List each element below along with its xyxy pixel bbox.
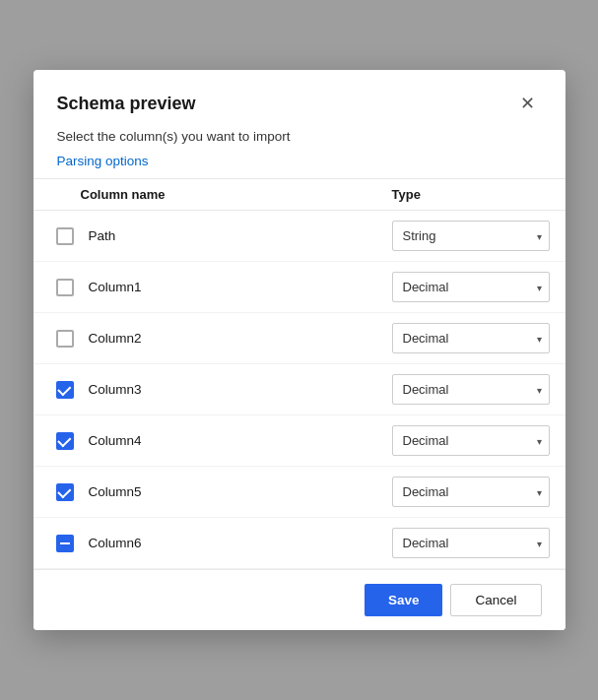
save-button[interactable]: Save <box>365 584 443 616</box>
row-column-name: Column1 <box>81 280 392 294</box>
checkbox-wrapper <box>49 227 81 245</box>
table-row: Column3StringDecimalIntegerBooleanDateDa… <box>33 364 565 415</box>
type-select[interactable]: StringDecimalIntegerBooleanDateDateTime <box>392 272 550 302</box>
row-checkbox[interactable] <box>56 535 74 552</box>
row-column-name: Column3 <box>81 382 392 397</box>
parsing-options-link[interactable]: Parsing options <box>33 152 565 178</box>
row-checkbox[interactable] <box>56 227 74 245</box>
type-select-wrapper: StringDecimalIntegerBooleanDateDateTime▾ <box>392 425 550 456</box>
checkbox-wrapper <box>49 381 81 399</box>
table-area: Column name Type PathStringDecimalIntege… <box>33 178 565 569</box>
row-column-name: Path <box>81 228 392 243</box>
type-select[interactable]: StringDecimalIntegerBooleanDateDateTime <box>392 425 550 456</box>
dialog-subtitle: Select the column(s) you want to import <box>33 129 565 152</box>
row-checkbox[interactable] <box>56 330 74 348</box>
table-row: PathStringDecimalIntegerBooleanDateDateT… <box>33 211 565 262</box>
row-checkbox[interactable] <box>56 483 74 501</box>
row-column-name: Column6 <box>81 536 392 550</box>
checkbox-wrapper <box>49 432 81 450</box>
type-select-wrapper: StringDecimalIntegerBooleanDateDateTime▾ <box>392 374 550 405</box>
type-select-wrapper: StringDecimalIntegerBooleanDateDateTime▾ <box>392 323 550 353</box>
cancel-button[interactable]: Cancel <box>450 584 541 616</box>
close-button[interactable]: ✕ <box>514 90 542 117</box>
dialog-footer: Save Cancel <box>33 569 565 630</box>
dialog-header: Schema preview ✕ <box>33 70 565 129</box>
table-row: Column6StringDecimalIntegerBooleanDateDa… <box>33 518 565 569</box>
type-select[interactable]: StringDecimalIntegerBooleanDateDateTime <box>392 323 550 353</box>
row-checkbox[interactable] <box>56 279 74 296</box>
type-select[interactable]: StringDecimalIntegerBooleanDateDateTime <box>392 528 550 558</box>
checkbox-wrapper <box>49 279 81 296</box>
row-checkbox[interactable] <box>56 381 74 399</box>
type-select[interactable]: StringDecimalIntegerBooleanDateDateTime <box>392 374 550 405</box>
table-row: Column1StringDecimalIntegerBooleanDateDa… <box>33 262 565 313</box>
row-column-name: Column2 <box>81 331 392 346</box>
type-select-wrapper: StringDecimalIntegerBooleanDateDateTime▾ <box>392 477 550 507</box>
column-type-header: Type <box>392 187 550 202</box>
table-row: Column4StringDecimalIntegerBooleanDateDa… <box>33 415 565 467</box>
type-select[interactable]: StringDecimalIntegerBooleanDateDateTime <box>392 477 550 507</box>
checkbox-wrapper <box>49 483 81 501</box>
type-select-wrapper: StringDecimalIntegerBooleanDateDateTime▾ <box>392 221 550 251</box>
table-row: Column2StringDecimalIntegerBooleanDateDa… <box>33 313 565 364</box>
row-column-name: Column5 <box>81 484 392 499</box>
type-select-wrapper: StringDecimalIntegerBooleanDateDateTime▾ <box>392 272 550 302</box>
row-checkbox[interactable] <box>56 432 74 450</box>
dialog-title: Schema preview <box>57 94 196 114</box>
checkbox-wrapper <box>49 330 81 348</box>
type-select[interactable]: StringDecimalIntegerBooleanDateDateTime <box>392 221 550 251</box>
table-scroll-container[interactable]: PathStringDecimalIntegerBooleanDateDateT… <box>33 211 565 569</box>
column-name-header: Column name <box>81 187 392 202</box>
checkbox-wrapper <box>49 535 81 552</box>
schema-preview-dialog: Schema preview ✕ Select the column(s) yo… <box>33 70 565 630</box>
row-column-name: Column4 <box>81 433 392 448</box>
type-select-wrapper: StringDecimalIntegerBooleanDateDateTime▾ <box>392 528 550 558</box>
table-header: Column name Type <box>33 179 565 211</box>
table-row: Column5StringDecimalIntegerBooleanDateDa… <box>33 467 565 518</box>
